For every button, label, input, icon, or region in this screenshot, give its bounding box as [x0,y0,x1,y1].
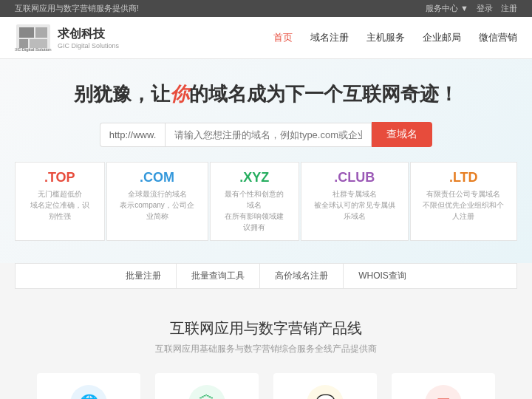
quick-link-premium[interactable]: 高价域名注册 [260,264,344,288]
quick-link-batch-register[interactable]: 批量注册 [111,264,177,288]
service-email: ✉ 企业邮局 选用架构安全升级邮件收发更快更稳定PushMail收发放心心 [392,373,495,399]
logo: GIC Digital Solutions 求创科技 GIC Digital S… [15,23,119,52]
tld-desc: 有限责任公司专属域名不限但优先企业组织和个人注册 [423,188,505,222]
quick-links: 批量注册 批量查询工具 高价域名注册 WHOIS查询 [15,263,517,289]
search-input[interactable] [165,123,372,147]
top-bar-right: 服务中心 ▼ 登录 注册 [420,3,517,14]
tld-label: .CLUB [313,170,395,185]
service-wechat: 💬 微舟微信营销 基于微信平台的产品推广智能表单，互动营销粉丝管理，会员服务 [273,373,377,399]
email-icon: ✉ [425,385,462,399]
domain-tags: .TOP 无门槛超低价域名定位准确，识别性强 .COM 全球最流行的域名表示co… [15,162,517,241]
tld-desc: 社群专属域名被全球认可的常见专属俱乐域名 [313,188,395,222]
quick-link-batch-query[interactable]: 批量查询工具 [177,264,260,288]
tld-desc: 无门槛超低价域名定位准确，识别性强 [27,188,92,222]
nav-home[interactable]: 首页 [273,31,293,44]
section-subtitle: 互联网应用基础服务与数字营销综合服务全线产品提供商 [15,343,517,355]
tld-label: .TOP [27,170,92,185]
domain-tag-club[interactable]: .CLUB 社群专属域名被全球认可的常见专属俱乐域名 [301,162,408,241]
svg-text:GIC Digital Solutions: GIC Digital Solutions [15,47,52,52]
login-link[interactable]: 登录 [477,4,493,13]
hero-title: 别犹豫，让你的域名成为下一个互联网奇迹！ [15,81,517,107]
service-center-link[interactable]: 服务中心 [426,4,458,13]
search-button[interactable]: 查域名 [372,122,432,147]
nav-email[interactable]: 企业邮局 [423,31,461,44]
domain-tag-ltd[interactable]: .LTD 有限责任公司专属域名不限但优先企业组织和个人注册 [410,162,517,241]
header: GIC Digital Solutions 求创科技 GIC Digital S… [0,17,532,59]
nav-domain[interactable]: 域名注册 [310,31,349,44]
register-link[interactable]: 注册 [501,4,517,13]
tld-label: .COM [119,170,196,185]
tld-label: .LTD [423,170,505,185]
logo-text: 求创科技 GIC Digital Solutions [58,27,119,50]
hero-section: 别犹豫，让你的域名成为下一个互联网奇迹！ http://www. 查域名 .TO… [0,59,532,263]
nav-hosting[interactable]: 主机服务 [366,31,405,44]
nav-wechat[interactable]: 微信营销 [479,31,517,44]
domain-tag-top[interactable]: .TOP 无门槛超低价域名定位准确，识别性强 [15,162,105,241]
tld-desc: 最有个性和创意的域名在所有影响领域建议拥有 [222,188,287,233]
domain-icon: 🌐 [70,385,107,399]
cloud-icon: 🏛 [188,385,225,399]
svg-rect-1 [19,27,34,38]
service-domain: 🌐 全球域名注册 iCANN及CNNIC双认证通过国家工信部审批提供最多最全的域… [37,373,140,399]
wechat-icon: 💬 [307,385,344,399]
logo-icon: GIC Digital Solutions [15,23,52,52]
domain-tag-com[interactable]: .COM 全球最流行的域名表示company，公司企业简称 [106,162,208,241]
top-bar-notice: 互联网应用与数字营销服务提供商! [15,3,139,14]
services-section: 互联网应用与数字营销产品线 互联网应用基础服务与数字营销综合服务全线产品提供商 … [0,296,532,399]
search-area: http://www. 查域名 [15,122,517,147]
search-prefix: http://www. [100,123,166,147]
svg-rect-2 [35,27,47,38]
quick-link-whois[interactable]: WHOIS查询 [344,264,421,288]
service-cloud: 🏛 安居·云虚机 配备强大控制面板随时随地 互联互通数十万站长的共同选择 [155,373,259,399]
tld-desc: 全球最流行的域名表示company，公司企业简称 [119,188,196,222]
main-nav: 首页 域名注册 主机服务 企业邮局 微信营销 [273,31,517,44]
domain-tag-xyz[interactable]: .XYZ 最有个性和创意的域名在所有影响领域建议拥有 [210,162,300,241]
top-bar: 互联网应用与数字营销服务提供商! 服务中心 ▼ 登录 注册 [0,0,532,17]
section-title: 互联网应用与数字营销产品线 [15,318,517,338]
tld-label: .XYZ [222,170,287,185]
services-grid: 🌐 全球域名注册 iCANN及CNNIC双认证通过国家工信部审批提供最多最全的域… [15,373,517,399]
